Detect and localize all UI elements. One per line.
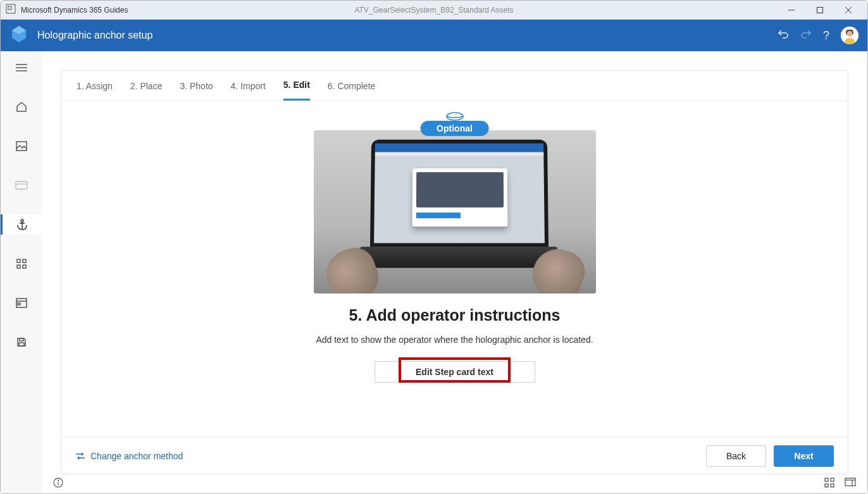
svg-rect-33 [825,478,828,481]
change-anchor-method-link[interactable]: Change anchor method [75,451,183,461]
svg-rect-37 [845,478,855,486]
edit-step-card-button[interactable]: Edit Step card text [375,361,535,383]
sidebar-item-image[interactable] [1,136,42,156]
step-title: 5. Add operator instructions [349,306,561,324]
svg-rect-22 [17,265,20,268]
svg-rect-36 [831,484,834,487]
svg-rect-35 [825,484,828,487]
step-edit[interactable]: 5. Edit [283,71,310,101]
optional-badge: Optional [420,121,489,136]
svg-rect-23 [23,265,26,268]
svg-point-17 [21,219,23,222]
statusbar [42,474,867,493]
redo-icon[interactable] [800,28,812,43]
wizard-card: 1. Assign 2. Place 3. Photo 4. Import 5.… [61,70,848,474]
svg-rect-3 [817,7,822,13]
svg-rect-14 [16,142,27,151]
app-header: Holographic anchor setup ? [1,20,867,51]
svg-point-32 [58,480,58,481]
app-name: Microsoft Dynamics 365 Guides [21,6,128,15]
svg-rect-26 [18,303,20,305]
sidebar-item-storage[interactable] [1,293,42,313]
svg-rect-20 [17,259,20,262]
change-anchor-label: Change anchor method [90,451,183,461]
info-icon[interactable] [53,478,63,490]
help-icon[interactable]: ? [823,29,829,42]
titlebar: Microsoft Dynamics 365 Guides ATV_GearSe… [1,1,867,20]
step-import[interactable]: 4. Import [231,71,266,101]
maximize-button[interactable] [805,1,834,20]
svg-rect-0 [6,4,15,13]
sidebar-item-menu[interactable] [1,58,42,78]
close-button[interactable] [834,1,862,20]
svg-rect-1 [8,6,11,9]
step-assign[interactable]: 1. Assign [77,71,113,101]
minimize-button[interactable] [777,1,805,20]
app-icon [6,4,16,16]
step-place[interactable]: 2. Place [130,71,163,101]
stepper: 1. Assign 2. Place 3. Photo 4. Import 5.… [61,71,848,101]
sidebar-item-anchor[interactable] [1,214,42,235]
svg-point-29 [447,113,463,120]
svg-rect-28 [19,343,24,346]
step-complete[interactable]: 6. Complete [328,71,375,101]
next-button[interactable]: Next [774,445,834,467]
panel-view-icon[interactable] [845,478,856,490]
grid-view-icon[interactable] [824,478,834,490]
back-button[interactable]: Back [706,445,766,467]
undo-icon[interactable] [778,28,789,43]
sidebar [1,51,42,493]
sidebar-item-save[interactable] [1,332,42,352]
svg-rect-27 [20,338,23,341]
logo-icon [9,25,28,46]
hero-image [314,130,596,293]
step-description: Add text to show the operator where the … [316,335,593,345]
step-photo[interactable]: 3. Photo [180,71,213,101]
sidebar-item-card[interactable] [1,175,42,195]
page-title: Holographic anchor setup [37,30,152,41]
svg-rect-34 [831,478,834,481]
svg-rect-15 [16,182,27,189]
document-name: ATV_GearSelectSystem_B92_Standard Assets [354,6,513,15]
svg-rect-21 [23,259,26,262]
sidebar-item-home[interactable] [1,97,42,117]
avatar[interactable] [841,27,859,44]
sidebar-item-apps[interactable] [1,254,42,274]
